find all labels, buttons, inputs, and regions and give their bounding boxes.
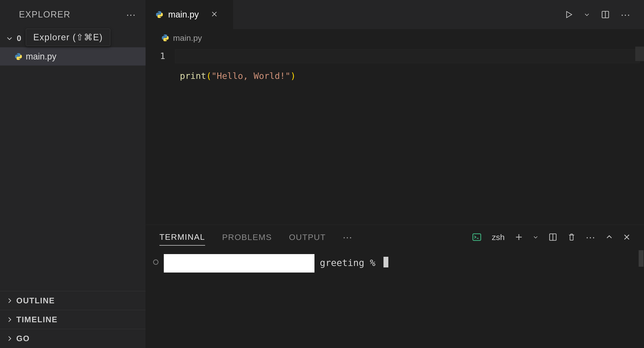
kill-terminal-icon[interactable] [568,233,576,241]
terminal-status-icon [153,259,158,265]
terminal[interactable]: greeting % [146,249,644,348]
token-paren-close: ) [290,69,296,83]
file-tree-item-main[interactable]: main.py [0,47,146,65]
terminal-shell-label[interactable]: zsh [492,232,505,242]
panel-actions: zsh ··· [472,232,630,243]
redacted-prompt [164,254,314,273]
code-editor[interactable]: 1 print("Hello, World!") [146,47,644,225]
split-terminal-icon[interactable] [548,233,557,241]
token-function: print [180,69,206,83]
sidebar-section-outline[interactable]: OUTLINE [0,291,146,310]
svg-rect-5 [473,234,481,240]
breadcrumb-file: main.py [173,33,202,43]
run-dropdown-icon[interactable] [584,12,590,17]
explorer-tooltip: Explorer (⇧⌘E) [26,29,110,46]
run-icon[interactable] [564,10,573,19]
explorer-sidebar: EXPLORER ··· Explorer (⇧⌘E) 0 main.py [0,0,146,348]
editor-actions: ··· [564,0,644,29]
sidebar-section-label: GO [16,334,30,343]
panel-tab-bar: TERMINAL PROBLEMS OUTPUT ··· zsh [146,225,644,249]
python-icon [14,53,22,60]
code-line-1[interactable]: print("Hello, World!") [180,69,644,83]
panel-tab-problems[interactable]: PROBLEMS [222,229,272,245]
explorer-header: EXPLORER ··· Explorer (⇧⌘E) [0,0,146,29]
terminal-prompt: greeting % [320,254,388,272]
terminal-cursor [384,257,388,267]
maximize-panel-icon[interactable] [606,233,613,241]
bottom-panel: TERMINAL PROBLEMS OUTPUT ··· zsh [146,225,644,348]
sidebar-sections: OUTLINE TIMELINE GO [0,291,146,348]
code-content[interactable]: print("Hello, World!") [175,47,644,225]
terminal-scrollbar[interactable] [639,250,644,267]
svg-marker-2 [566,11,572,18]
python-icon [156,11,163,18]
minimap[interactable] [635,47,644,61]
sidebar-section-go[interactable]: GO [0,329,146,348]
sidebar-section-label: TIMELINE [16,315,58,324]
panel-more-icon[interactable]: ··· [586,232,596,243]
editor-more-icon[interactable]: ··· [621,9,630,20]
panel-tab-output[interactable]: OUTPUT [289,229,326,245]
sidebar-section-timeline[interactable]: TIMELINE [0,310,146,329]
split-editor-icon[interactable] [601,10,610,19]
terminal-dropdown-icon[interactable] [533,234,538,240]
line-gutter: 1 [146,47,175,225]
token-paren-open: ( [206,69,212,83]
terminal-prompt-text: greeting % [320,257,381,268]
tab-main[interactable]: main.py [146,0,233,29]
tab-bar: main.py ··· [146,0,644,29]
tab-label: main.py [168,9,199,20]
explorer-title: EXPLORER [19,9,70,20]
new-terminal-icon[interactable] [515,233,523,241]
file-tree-item-label: main.py [26,51,56,62]
chevron-right-icon [6,335,13,342]
line-number: 1 [146,49,165,63]
breadcrumb[interactable]: main.py [146,29,644,47]
editor-area: main.py ··· [146,0,644,348]
token-string: "Hello, World!" [212,69,290,83]
close-panel-icon[interactable] [623,233,630,241]
python-icon [161,34,169,42]
chevron-down-icon [6,35,13,42]
terminal-shell-icon[interactable] [472,232,482,242]
file-tree: 0 main.py [0,29,146,291]
close-icon[interactable] [211,9,218,20]
chevron-right-icon [6,297,13,304]
panel-tabs-more-icon[interactable]: ··· [343,232,352,243]
sidebar-section-label: OUTLINE [16,296,55,305]
chevron-right-icon [6,316,13,323]
explorer-more-icon[interactable]: ··· [126,9,136,20]
panel-tab-terminal[interactable]: TERMINAL [160,229,205,246]
workspace-folder-label: 0 [17,34,22,43]
